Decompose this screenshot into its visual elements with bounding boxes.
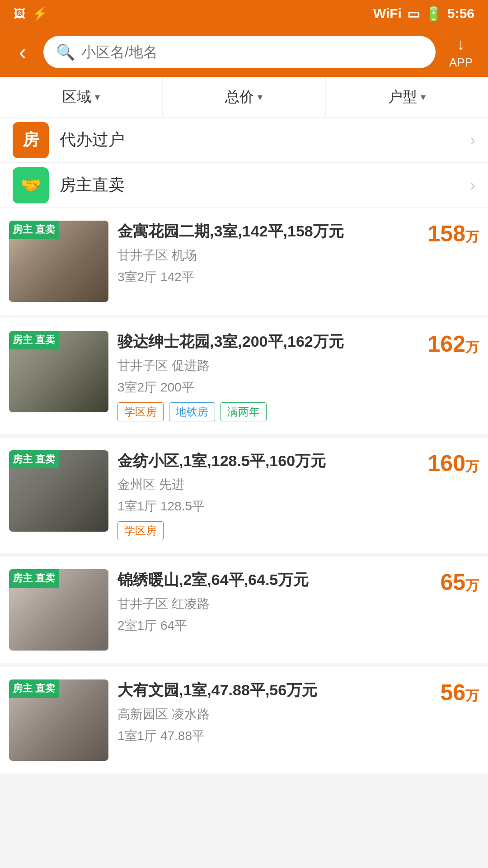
photo-icon: 🖼	[14, 7, 25, 21]
price-unit-2: 万	[465, 459, 479, 474]
listing-item-4[interactable]: 房主 直卖 大有文园,1室,47.88平,56万元 高新园区 凌水路 1室1厅 …	[0, 667, 488, 777]
promo-fangzhu[interactable]: 🤝 房主直卖 ›	[0, 163, 488, 208]
fangzhu-icon-text: 🤝	[21, 176, 41, 195]
listing-location-2: 金州区 先进	[117, 476, 407, 493]
listing-item-3[interactable]: 房主 直卖 锦绣暖山,2室,64平,64.5万元 甘井子区 红凌路 2室1厅 6…	[0, 557, 488, 667]
promo-fangzhu-icon: 🤝	[13, 167, 49, 203]
promo-daiban-icon: 房	[13, 122, 49, 158]
price-unit-3: 万	[465, 578, 479, 593]
download-arrow-icon: ↓	[457, 35, 465, 54]
filter-type[interactable]: 户型 ▾	[326, 77, 488, 117]
daiban-icon-text: 房	[23, 129, 39, 151]
filter-bar: 区域 ▾ 总价 ▾ 户型 ▾	[0, 77, 488, 118]
listing-specs-4: 1室1厅 47.88平	[117, 727, 407, 745]
tag-满两年: 满两年	[221, 402, 267, 421]
listing-specs-2: 1室1厅 128.5平	[117, 498, 407, 515]
back-button[interactable]: ‹	[9, 41, 36, 63]
listing-specs-0: 3室2厅 142平	[117, 269, 407, 286]
filter-type-arrow: ▾	[421, 91, 426, 103]
listing-image-3: 房主 直卖	[9, 569, 108, 651]
listing-right-0: 158万	[416, 221, 479, 302]
search-icon: 🔍	[56, 43, 75, 61]
listing-image-2: 房主 直卖	[9, 450, 108, 532]
listings-container: 房主 直卖 金寓花园二期,3室,142平,158万元 甘井子区 机场 3室2厅 …	[0, 208, 488, 777]
listing-price-0: 158万	[428, 221, 479, 247]
tag-学区房: 学区房	[117, 521, 164, 540]
listing-specs-1: 3室2厅 200平	[117, 379, 407, 396]
app-download-button[interactable]: ↓ APP	[443, 35, 479, 70]
listing-item-0[interactable]: 房主 直卖 金寓花园二期,3室,142平,158万元 甘井子区 机场 3室2厅 …	[0, 208, 488, 318]
listing-price-4: 56万	[440, 679, 479, 706]
promo-fangzhu-label: 房主直卖	[60, 174, 470, 196]
filter-region-label: 区域	[62, 87, 91, 107]
search-bar[interactable]: 🔍	[43, 36, 436, 68]
listing-image-0: 房主 直卖	[9, 221, 108, 302]
listing-location-1: 甘井子区 促进路	[117, 357, 407, 374]
app-label: APP	[449, 56, 473, 70]
promo-daiban-label: 代办过户	[60, 129, 470, 151]
time-display: 5:56	[447, 6, 474, 21]
listing-title-2: 金纺小区,1室,128.5平,160万元	[117, 450, 407, 472]
listing-price-3: 65万	[440, 569, 479, 595]
listing-right-3: 65万	[416, 569, 479, 651]
usb-icon: ⚡	[33, 7, 47, 21]
filter-price-label: 总价	[225, 87, 254, 107]
promo-fangzhu-arrow: ›	[470, 176, 475, 195]
listing-right-2: 160万	[416, 450, 479, 541]
listing-specs-3: 2室1厅 64平	[117, 617, 407, 634]
promo-daiban-arrow: ›	[470, 131, 475, 150]
listing-location-3: 甘井子区 红凌路	[117, 595, 407, 613]
listing-item-2[interactable]: 房主 直卖 金纺小区,1室,128.5平,160万元 金州区 先进 1室1厅 1…	[0, 438, 488, 557]
listing-tags-1: 学区房地铁房满两年	[117, 402, 407, 421]
filter-price[interactable]: 总价 ▾	[163, 77, 325, 117]
listing-price-1: 162万	[428, 331, 479, 357]
listing-location-0: 甘井子区 机场	[117, 247, 407, 264]
signal-icon: ▭	[407, 6, 420, 22]
listing-title-0: 金寓花园二期,3室,142平,158万元	[117, 221, 407, 242]
listing-badge-4: 房主 直卖	[9, 679, 59, 698]
promo-daiban[interactable]: 房 代办过户 ›	[0, 118, 488, 163]
search-input[interactable]	[81, 44, 423, 61]
filter-price-arrow: ▾	[258, 91, 263, 103]
filter-type-label: 户型	[388, 87, 417, 107]
listing-image-1: 房主 直卖	[9, 331, 108, 412]
listing-info-4: 大有文园,1室,47.88平,56万元 高新园区 凌水路 1室1厅 47.88平	[117, 679, 407, 761]
listing-title-1: 骏达绅士花园,3室,200平,162万元	[117, 331, 407, 353]
listing-info-3: 锦绣暖山,2室,64平,64.5万元 甘井子区 红凌路 2室1厅 64平	[117, 569, 407, 651]
status-left-icons: 🖼 ⚡	[14, 7, 47, 21]
listing-badge-1: 房主 直卖	[9, 331, 59, 349]
listing-right-4: 56万	[416, 679, 479, 761]
price-unit-4: 万	[465, 688, 479, 703]
listing-location-4: 高新园区 凌水路	[117, 706, 407, 723]
tag-学区房: 学区房	[117, 402, 164, 421]
listing-badge-2: 房主 直卖	[9, 450, 59, 469]
listing-info-1: 骏达绅士花园,3室,200平,162万元 甘井子区 促进路 3室2厅 200平 …	[117, 331, 407, 421]
status-bar: 🖼 ⚡ WiFi ▭ 🔋 5:56	[0, 0, 488, 27]
listing-item-1[interactable]: 房主 直卖 骏达绅士花园,3室,200平,162万元 甘井子区 促进路 3室2厅…	[0, 318, 488, 438]
listing-title-3: 锦绣暖山,2室,64平,64.5万元	[117, 569, 407, 591]
price-unit-1: 万	[465, 340, 479, 354]
listing-title-4: 大有文园,1室,47.88平,56万元	[117, 679, 407, 701]
listing-image-4: 房主 直卖	[9, 679, 108, 761]
header: ‹ 🔍 ↓ APP	[0, 27, 488, 77]
status-right-icons: WiFi ▭ 🔋 5:56	[373, 6, 474, 22]
tag-地铁房: 地铁房	[169, 402, 215, 421]
filter-region[interactable]: 区域 ▾	[0, 77, 163, 117]
listing-info-0: 金寓花园二期,3室,142平,158万元 甘井子区 机场 3室2厅 142平	[117, 221, 407, 302]
listing-right-1: 162万	[416, 331, 479, 421]
filter-region-arrow: ▾	[95, 91, 100, 103]
listing-badge-3: 房主 直卖	[9, 569, 59, 588]
listing-info-2: 金纺小区,1室,128.5平,160万元 金州区 先进 1室1厅 128.5平 …	[117, 450, 407, 541]
wifi-icon: WiFi	[373, 6, 402, 21]
listing-price-2: 160万	[428, 450, 479, 476]
battery-icon: 🔋	[425, 6, 442, 22]
listing-badge-0: 房主 直卖	[9, 221, 59, 239]
price-unit-0: 万	[465, 229, 479, 244]
listing-tags-2: 学区房	[117, 521, 407, 540]
